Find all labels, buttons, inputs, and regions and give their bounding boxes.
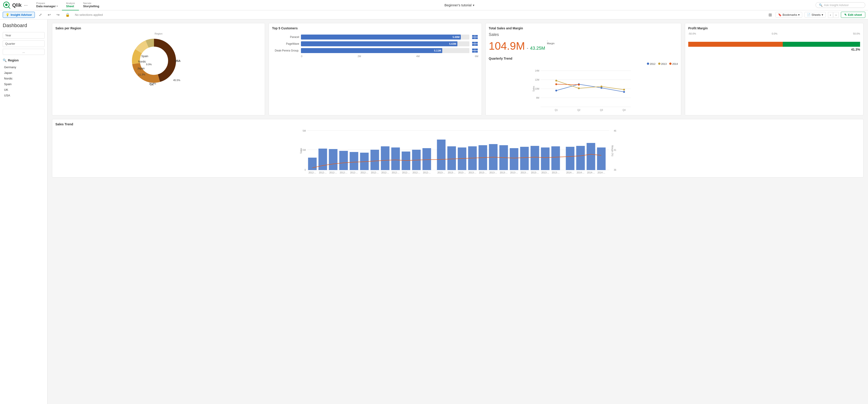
tab-narrate[interactable]: Narrate Storytelling	[79, 0, 103, 10]
svg-text:UK: UK	[150, 83, 154, 86]
svg-text:Japan: Japan	[137, 67, 145, 70]
expand-icon[interactable]: ⤢	[37, 12, 44, 18]
region-item-nordic[interactable]: Nordic	[3, 76, 44, 81]
svg-point-31	[555, 90, 557, 92]
legend-2012: 2012	[647, 63, 655, 65]
svg-rect-78	[576, 146, 585, 170]
svg-rect-64	[423, 148, 431, 170]
svg-rect-60	[381, 146, 390, 170]
svg-rect-61	[392, 147, 400, 170]
bar-wrap-paracel: 5.69M	[301, 35, 469, 39]
svg-text:2013-...: 2013-...	[531, 171, 539, 174]
sheet-nav-arrows: ‹ ›	[828, 12, 839, 18]
redo-icon[interactable]: ↪	[55, 12, 61, 18]
region-item-usa[interactable]: USA	[3, 93, 44, 98]
nav-more-icon[interactable]: ···	[24, 2, 28, 8]
chevron-down-icon: ▾	[798, 13, 800, 16]
svg-text:2013-...: 2013-...	[458, 171, 466, 174]
svg-text:41: 41	[614, 149, 617, 151]
total-sales-card: Total Sales and Margin Sales 104.9M - 43…	[486, 23, 681, 115]
legend-2014: 2014	[669, 63, 678, 65]
tab-analyze-pre: Analyze	[66, 2, 75, 4]
more-filters[interactable]: ...	[3, 49, 44, 55]
svg-rect-54	[318, 148, 327, 170]
region-item-germany[interactable]: Germany	[3, 64, 44, 70]
donut-legend-label: Region	[55, 32, 261, 35]
mini-bars-paracel	[472, 35, 478, 39]
profit-bar	[688, 42, 860, 47]
total-sales-title: Total Sales and Margin	[489, 26, 678, 30]
svg-text:Margin (%): Margin (%)	[611, 145, 614, 157]
bar-value-pagewave: 5.63M	[449, 42, 456, 45]
donut-chart: USA 45.5% 26.9% 11.3% 9.9% Japan Nordic …	[55, 36, 261, 86]
svg-text:45.5%: 45.5%	[173, 79, 180, 81]
sales-label: Sales	[489, 32, 678, 37]
svg-text:2013-...: 2013-...	[469, 171, 476, 174]
bar-value-paracel: 5.69M	[453, 36, 460, 38]
main-content: Dashboard Year Quarter ... 🔍 Region Germ…	[0, 20, 868, 404]
sheets-button[interactable]: 📄 Sheets ▾	[804, 12, 826, 18]
svg-rect-79	[587, 143, 595, 170]
year-filter[interactable]: Year	[3, 32, 44, 39]
chevron-down-icon[interactable]: ▾	[473, 3, 474, 7]
sidebar: Dashboard Year Quarter ... 🔍 Region Germ…	[0, 20, 48, 404]
region-section-title: 🔍 Region	[3, 59, 44, 62]
top5-title: Top 5 Customers	[272, 26, 478, 30]
svg-text:2014-...: 2014-...	[587, 171, 595, 174]
bar-value-deak: 5.11M	[434, 49, 441, 52]
svg-rect-76	[552, 146, 560, 170]
mini-bars-pagewave	[472, 42, 478, 46]
bookmarks-button[interactable]: 🔖 Bookmarks ▾	[776, 12, 802, 18]
svg-point-34	[623, 91, 625, 93]
app-title: Beginner's tutorial ▾	[103, 3, 815, 7]
top-nav: Qlik ··· Prepare Data manager ▾ Analyze …	[0, 0, 868, 10]
svg-text:2012-...: 2012-...	[361, 171, 368, 174]
svg-text:2013-...: 2013-...	[500, 171, 507, 174]
bar-wrap-deak: 5.11M	[301, 48, 469, 53]
sales-per-region-card: Sales per Region Region	[52, 23, 265, 115]
tab-prepare-pre: Prepare	[36, 2, 58, 4]
row-1: Sales per Region Region	[52, 23, 864, 115]
next-sheet-button[interactable]: ›	[833, 12, 839, 18]
svg-rect-77	[566, 147, 575, 170]
tab-prepare[interactable]: Prepare Data manager ▾	[32, 0, 62, 10]
svg-text:2013-...: 2013-...	[479, 171, 487, 174]
qlik-text: Qlik	[12, 2, 22, 8]
svg-point-40	[578, 84, 580, 86]
region-item-spain[interactable]: Spain	[3, 81, 44, 87]
bar-fill-deak: 5.11M	[301, 48, 442, 53]
grid-view-icon[interactable]: ⊞	[767, 11, 773, 18]
svg-text:2012-...: 2012-...	[402, 171, 410, 174]
svg-text:2013-...: 2013-...	[541, 171, 549, 174]
svg-rect-75	[541, 147, 550, 170]
svg-text:14M: 14M	[535, 70, 539, 72]
insight-advisor-button[interactable]: 💡 Insight Advisor	[3, 12, 35, 18]
qlik-logo[interactable]: Qlik	[3, 1, 22, 9]
svg-text:USA: USA	[175, 59, 181, 63]
svg-text:5M: 5M	[303, 130, 306, 132]
svg-text:2012-...: 2012-...	[330, 171, 337, 174]
ask-advisor-box[interactable]: 🔍 Ask Insight Advisor	[815, 2, 865, 8]
edit-sheet-button[interactable]: ✎ Edit sheet	[841, 12, 865, 18]
profit-value: 41.3%	[688, 48, 860, 51]
svg-text:2013-...: 2013-...	[490, 171, 497, 174]
quarter-filter[interactable]: Quarter	[3, 40, 44, 47]
svg-text:Q1: Q1	[555, 109, 558, 111]
region-item-japan[interactable]: Japan	[3, 70, 44, 76]
svg-text:2012-...: 2012-...	[413, 171, 420, 174]
lightbulb-icon: 💡	[6, 13, 9, 16]
lock-icon[interactable]: 🔒	[64, 12, 72, 18]
tab-narrate-pre: Narrate	[83, 2, 99, 4]
sales-trend-card: Sales Trend 5M 2.5M 0 46 41 36 Sales Mar…	[52, 119, 864, 177]
svg-text:9.9%: 9.9%	[146, 63, 152, 66]
margin-label-text: -Margin	[547, 39, 555, 45]
undo-icon[interactable]: ↩	[46, 12, 53, 18]
svg-text:2012-...: 2012-...	[350, 171, 358, 174]
search-icon: 🔍	[819, 3, 823, 7]
tab-analyze[interactable]: Analyze Sheet	[62, 0, 79, 10]
svg-rect-73	[520, 147, 529, 170]
quarterly-trend-section: Quarterly Trend 2012 2013 2014	[489, 57, 678, 112]
dashboard-title: Dashboard	[3, 23, 44, 29]
region-item-uk[interactable]: UK	[3, 87, 44, 93]
prev-sheet-button[interactable]: ‹	[828, 12, 833, 18]
